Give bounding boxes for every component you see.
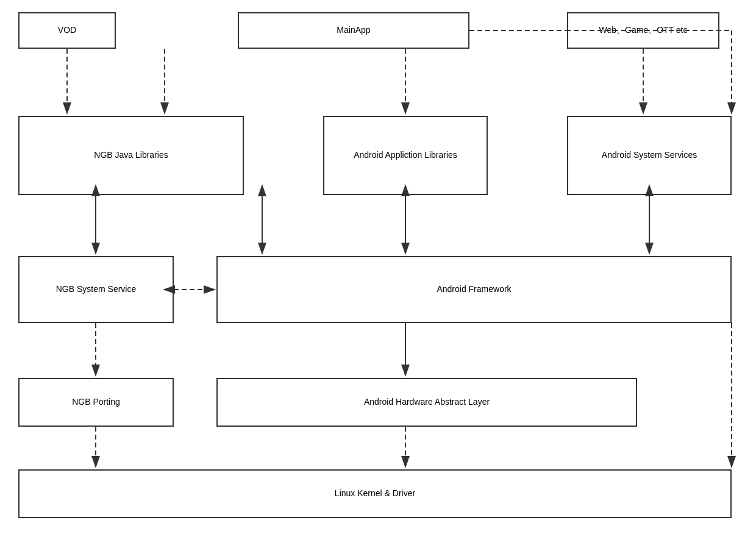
vod-label: VOD	[58, 24, 76, 37]
ngb-java-lib-box: NGB Java Libraries	[18, 116, 244, 195]
architecture-diagram: VOD MainApp Web、Game、OTT etc NGB Java Li…	[0, 0, 756, 534]
linux-kernel-label: Linux Kernel & Driver	[335, 488, 415, 500]
android-framework-label: Android Framework	[437, 283, 511, 296]
android-sys-svc-label: Android System Services	[602, 149, 697, 162]
ngb-porting-label: NGB Porting	[72, 396, 120, 408]
ngb-porting-box: NGB Porting	[18, 378, 174, 427]
android-hal-label: Android Hardware Abstract Layer	[364, 396, 490, 408]
android-sys-svc-box: Android System Services	[567, 116, 732, 195]
linux-kernel-box: Linux Kernel & Driver	[18, 469, 732, 518]
vod-box: VOD	[18, 12, 116, 49]
android-app-lib-box: Android Appliction Libraries	[323, 116, 488, 195]
mainapp-label: MainApp	[337, 24, 370, 37]
android-hal-box: Android Hardware Abstract Layer	[216, 378, 637, 427]
web-game-ott-box: Web、Game、OTT etc	[567, 12, 719, 49]
mainapp-box: MainApp	[238, 12, 469, 49]
ngb-sys-svc-label: NGB System Service	[56, 283, 136, 296]
android-app-lib-label: Android Appliction Libraries	[354, 149, 457, 162]
web-game-ott-label: Web、Game、OTT etc	[599, 24, 688, 37]
android-framework-box: Android Framework	[216, 256, 732, 323]
ngb-sys-svc-box: NGB System Service	[18, 256, 174, 323]
ngb-java-lib-label: NGB Java Libraries	[94, 149, 168, 162]
